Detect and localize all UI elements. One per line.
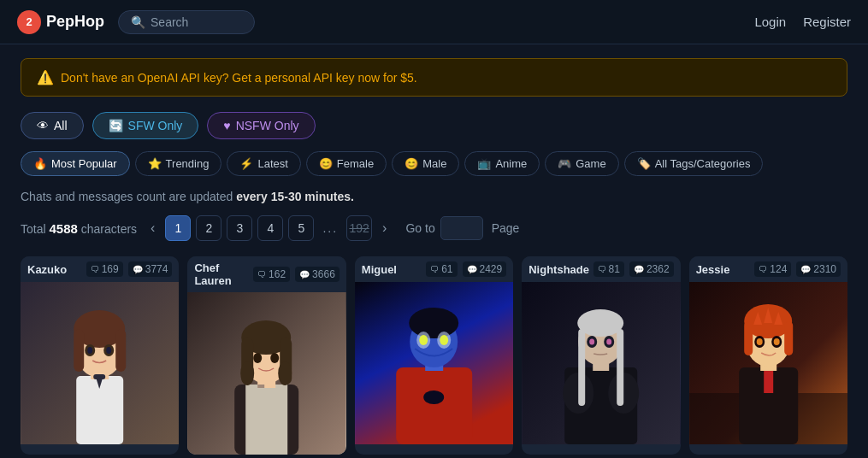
svg-point-64 (773, 338, 779, 345)
page-1-btn[interactable]: 1 (165, 215, 191, 241)
character-card-kazuko[interactable]: Kazuko 🗨 169 💬 3774 (21, 256, 179, 455)
tag-popular-btn[interactable]: 🔥 Most Popular (21, 151, 130, 176)
filter-nsfw-btn[interactable]: ♥ NSFW Only (207, 112, 315, 139)
card-header-nightshade: Nightshade 🗨 81 💬 2362 (522, 256, 680, 282)
character-image-chef-lauren (187, 292, 345, 455)
svg-rect-12 (93, 374, 105, 379)
tag-female-btn[interactable]: 😊 Female (306, 151, 387, 176)
tag-game-btn[interactable]: 🎮 Game (545, 151, 618, 176)
msg-stat-miguel: 💬 2429 (463, 261, 507, 277)
svg-point-28 (423, 390, 444, 404)
character-image-jessie (689, 282, 847, 444)
card-stats-kazuko: 🗨 169 💬 3774 (86, 261, 173, 277)
character-name-kazuko: Kazuko (27, 263, 67, 276)
next-page-btn[interactable]: › (377, 219, 392, 238)
msg-stat-nightshade: 💬 2362 (629, 261, 674, 277)
msg-icon-nightshade: 💬 (634, 265, 644, 274)
card-header-kazuko: Kazuko 🗨 169 💬 3774 (21, 256, 179, 282)
svg-point-48 (606, 339, 611, 345)
login-link[interactable]: Login (754, 15, 786, 29)
svg-point-31 (409, 308, 458, 338)
svg-rect-56 (744, 321, 753, 355)
tag-latest-btn[interactable]: ⚡ Latest (227, 151, 300, 176)
character-card-jessie[interactable]: Jessie 🗨 124 💬 2310 (689, 256, 847, 455)
svg-point-44 (577, 309, 623, 337)
tag-trending-btn[interactable]: ⭐ Trending (135, 151, 222, 176)
search-bar[interactable]: 🔍 Search (118, 10, 255, 34)
character-name-nightshade: Nightshade (528, 263, 589, 276)
page-label: Page (492, 221, 520, 235)
chat-icon-jessie: 🗨 (759, 265, 767, 274)
svg-rect-15 (246, 385, 288, 455)
fire-icon: 🔥 (33, 157, 47, 170)
goto-label: Go to (405, 221, 434, 235)
svg-point-47 (589, 339, 594, 345)
tag-all-tags-btn[interactable]: 🏷️ All Tags/Categories (624, 151, 764, 176)
card-stats-jessie: 🗨 124 💬 2310 (754, 261, 841, 277)
prev-page-btn[interactable]: ‹ (145, 219, 160, 238)
character-name-jessie: Jessie (696, 263, 730, 276)
svg-rect-42 (578, 329, 585, 406)
logo[interactable]: 2 PepHop (17, 10, 104, 34)
page-2-btn[interactable]: 2 (196, 215, 221, 241)
filter-all-btn[interactable]: 👁 All (21, 112, 84, 139)
svg-rect-6 (115, 329, 126, 372)
search-icon: 🔍 (131, 15, 145, 29)
msg-stat-chef: 💬 3666 (295, 267, 340, 282)
msg-icon-miguel: 💬 (467, 265, 477, 274)
star-icon: ⭐ (148, 157, 162, 170)
page-4-btn[interactable]: 4 (257, 215, 283, 241)
character-name-chef-lauren: Chef Lauren (194, 261, 253, 287)
chat-stat-jessie: 🗨 124 (754, 261, 791, 277)
svg-rect-57 (784, 321, 793, 355)
character-card-miguel[interactable]: Miguel 🗨 61 💬 2429 (355, 256, 513, 455)
chat-stat-chef: 🗨 162 (253, 267, 290, 282)
main-content: ⚠️ Don't have an OpenAI API key? Get a p… (0, 44, 868, 458)
msg-icon-chef: 💬 (299, 270, 310, 279)
character-image-nightshade (522, 282, 680, 444)
chat-stat-kazuko: 🗨 169 (86, 261, 123, 277)
tag-male-btn[interactable]: 😊 Male (392, 151, 459, 176)
svg-rect-5 (74, 329, 84, 372)
tag-icon: 🏷️ (637, 157, 651, 170)
filter-sfw-btn[interactable]: 🔄 SFW Only (92, 112, 199, 139)
msg-icon-jessie: 💬 (800, 265, 811, 274)
msg-icon-kazuko: 💬 (133, 265, 143, 274)
character-card-nightshade[interactable]: Nightshade 🗨 81 💬 2362 (522, 256, 680, 455)
pagination-row: Total 4588 characters ‹ 1 2 3 4 5 ... 19… (21, 215, 847, 241)
header-actions: Login Register (754, 15, 851, 29)
page-dots: ... (319, 221, 341, 235)
svg-point-34 (419, 335, 428, 345)
header: 2 PepHop 🔍 Search Login Register (0, 0, 868, 44)
card-header-chef-lauren: Chef Lauren 🗨 162 💬 3666 (187, 256, 345, 292)
filter-row-1: 👁 All 🔄 SFW Only ♥ NSFW Only (21, 112, 847, 139)
svg-rect-27 (396, 367, 472, 444)
page-5-btn[interactable]: 5 (288, 215, 314, 241)
alert-banner: ⚠️ Don't have an OpenAI API key? Get a p… (21, 58, 847, 97)
register-link[interactable]: Register (803, 15, 851, 29)
card-stats-nightshade: 🗨 81 💬 2362 (593, 261, 674, 277)
chat-icon-miguel: 🗨 (430, 265, 439, 274)
female-icon: 😊 (319, 157, 333, 170)
card-stats-miguel: 🗨 61 💬 2429 (426, 261, 506, 277)
svg-rect-52 (764, 367, 773, 393)
character-image-miguel (355, 282, 513, 444)
svg-point-21 (241, 361, 255, 385)
bolt-icon: ⚡ (239, 157, 253, 170)
heart-icon: ♥ (223, 119, 230, 132)
character-name-miguel: Miguel (362, 263, 397, 276)
svg-rect-43 (617, 329, 623, 406)
tag-anime-btn[interactable]: 📺 Anime (464, 151, 540, 176)
character-cards-grid: Kazuko 🗨 169 💬 3774 (21, 256, 847, 455)
svg-point-22 (279, 361, 292, 385)
logo-text: PepHop (46, 13, 104, 31)
page-3-btn[interactable]: 3 (227, 215, 252, 241)
svg-point-63 (756, 338, 762, 345)
page-last-btn[interactable]: 192 (346, 215, 372, 241)
male-icon: 😊 (404, 157, 418, 170)
svg-rect-25 (258, 385, 265, 388)
character-card-chef-lauren[interactable]: Chef Lauren 🗨 162 💬 3666 (187, 256, 345, 455)
msg-stat-kazuko: 💬 3774 (128, 261, 173, 277)
goto-input[interactable] (440, 216, 483, 240)
chat-icon-chef: 🗨 (257, 270, 266, 279)
